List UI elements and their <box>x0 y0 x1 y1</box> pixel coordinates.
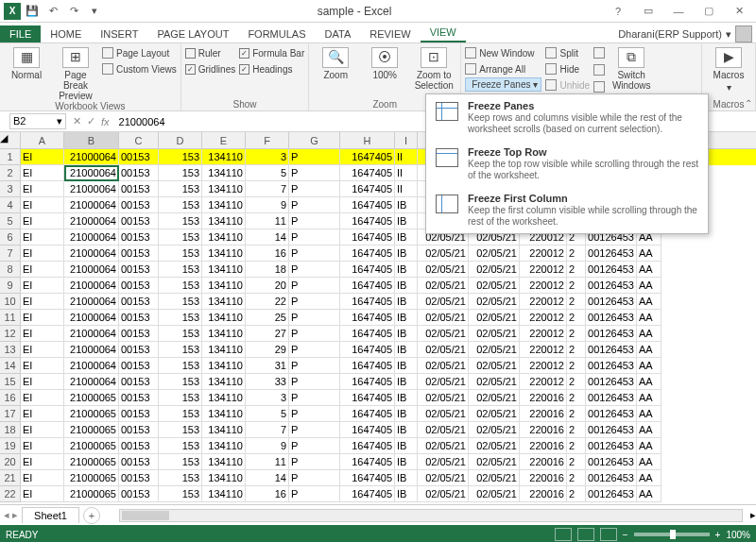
cell[interactable]: 00126453 <box>586 246 637 262</box>
cell[interactable]: 220016 <box>520 438 567 454</box>
cell[interactable]: 02/05/21 <box>418 470 469 486</box>
cell[interactable]: 153 <box>159 358 202 374</box>
cell[interactable]: P <box>289 246 340 262</box>
cell[interactable]: 134110 <box>202 422 246 438</box>
cell[interactable]: 1647405 <box>340 278 395 294</box>
table-row[interactable]: 17EI21000065001531531341105P1647405IB02/… <box>0 406 756 422</box>
cell[interactable]: 2 <box>567 294 586 310</box>
cell[interactable]: 1647405 <box>340 358 395 374</box>
cell[interactable]: AA <box>637 454 662 470</box>
cell[interactable]: 134110 <box>202 470 246 486</box>
cell[interactable]: 220012 <box>520 342 567 358</box>
zoom-button[interactable]: 🔍Zoom <box>313 45 358 80</box>
table-row[interactable]: 19EI21000065001531531341109P1647405IB02/… <box>0 438 756 454</box>
cell[interactable]: AA <box>637 374 662 390</box>
cell[interactable]: EI <box>21 262 64 278</box>
cell[interactable]: P <box>289 181 340 197</box>
cell[interactable]: 134110 <box>202 229 246 246</box>
cell[interactable]: EI <box>21 390 64 406</box>
redo-icon[interactable]: ↷ <box>64 2 83 21</box>
cell[interactable]: 02/05/21 <box>469 310 520 326</box>
cell[interactable]: P <box>289 486 340 502</box>
cell[interactable]: P <box>289 406 340 422</box>
cell[interactable]: II <box>395 181 418 197</box>
table-row[interactable]: 22EI210000650015315313411016P1647405IB02… <box>0 486 756 502</box>
cell[interactable]: 02/05/21 <box>418 486 469 502</box>
gridlines-checkbox[interactable]: ✓Gridlines <box>185 61 235 76</box>
cell[interactable]: 00153 <box>119 229 159 246</box>
cell[interactable]: AA <box>637 486 662 502</box>
new-window-button[interactable]: New Window <box>465 45 541 60</box>
cell[interactable]: 1647405 <box>340 454 395 470</box>
sheet-nav[interactable]: ◂ ▸ <box>0 509 22 521</box>
cell[interactable]: 1647405 <box>340 390 395 406</box>
cell[interactable]: 21000065 <box>64 438 119 454</box>
cell[interactable]: 00126453 <box>586 454 637 470</box>
cell[interactable]: 00126453 <box>586 294 637 310</box>
row-header[interactable]: 12 <box>0 326 21 342</box>
cell[interactable]: 153 <box>159 165 202 181</box>
maximize-icon[interactable]: ▢ <box>696 2 722 21</box>
cell[interactable]: 134110 <box>202 213 246 229</box>
cell[interactable]: 134110 <box>202 294 246 310</box>
cell[interactable]: 220012 <box>520 326 567 342</box>
cell[interactable]: 00153 <box>119 213 159 229</box>
cell[interactable]: 153 <box>159 310 202 326</box>
cell[interactable]: EI <box>21 149 64 165</box>
cell[interactable]: P <box>289 165 340 181</box>
row-header[interactable]: 14 <box>0 358 21 374</box>
cell[interactable]: 134110 <box>202 454 246 470</box>
cell[interactable]: 134110 <box>202 246 246 262</box>
cell[interactable]: 134110 <box>202 262 246 278</box>
collapse-ribbon-icon[interactable]: ⌃ <box>745 98 752 109</box>
cell[interactable]: 1647405 <box>340 165 395 181</box>
cell[interactable]: 9 <box>246 438 289 454</box>
cell[interactable]: P <box>289 390 340 406</box>
cell[interactable]: 00153 <box>119 390 159 406</box>
cell[interactable]: 5 <box>246 406 289 422</box>
cell[interactable]: 21000064 <box>64 181 119 197</box>
cell[interactable]: EI <box>21 422 64 438</box>
zoom-level[interactable]: 100% <box>726 530 750 540</box>
cell[interactable]: IB <box>395 422 418 438</box>
cell[interactable]: 00126453 <box>586 262 637 278</box>
cell[interactable]: 02/05/21 <box>469 390 520 406</box>
cell[interactable]: 2 <box>567 438 586 454</box>
sheet-tab[interactable]: Sheet1 <box>22 507 79 523</box>
cell[interactable]: P <box>289 213 340 229</box>
col-header[interactable]: H <box>340 132 395 148</box>
cell[interactable]: 00153 <box>119 406 159 422</box>
cell[interactable]: 153 <box>159 213 202 229</box>
cell[interactable]: EI <box>21 213 64 229</box>
cell[interactable]: 2 <box>567 390 586 406</box>
cell[interactable]: 9 <box>246 197 289 213</box>
cell[interactable]: 27 <box>246 326 289 342</box>
cell[interactable]: 02/05/21 <box>469 342 520 358</box>
cell[interactable]: 153 <box>159 262 202 278</box>
cell[interactable]: II <box>395 149 418 165</box>
cell[interactable]: 00153 <box>119 181 159 197</box>
cell[interactable]: IB <box>395 246 418 262</box>
row-header[interactable]: 18 <box>0 422 21 438</box>
cell[interactable]: 153 <box>159 438 202 454</box>
hide-button[interactable]: Hide <box>545 61 590 76</box>
save-icon[interactable]: 💾 <box>23 2 42 21</box>
ruler-checkbox[interactable]: Ruler <box>185 45 235 60</box>
cell[interactable]: EI <box>21 165 64 181</box>
scrollbar-thumb[interactable] <box>122 511 169 520</box>
cell[interactable]: 21000064 <box>64 246 119 262</box>
cell[interactable]: 2 <box>567 470 586 486</box>
user-area[interactable]: Dharani(ERP Support) ▾ <box>618 25 756 42</box>
table-row[interactable]: 13EI210000640015315313411029P1647405IB02… <box>0 342 756 358</box>
cell[interactable]: 1647405 <box>340 422 395 438</box>
cell[interactable]: 153 <box>159 294 202 310</box>
split-button[interactable]: Split <box>545 45 590 60</box>
cell[interactable]: 153 <box>159 374 202 390</box>
cell[interactable]: 00126453 <box>586 310 637 326</box>
cell[interactable]: 02/05/21 <box>418 390 469 406</box>
cell[interactable]: 25 <box>246 310 289 326</box>
cell[interactable]: 21000064 <box>64 358 119 374</box>
cell[interactable]: 134110 <box>202 374 246 390</box>
cell[interactable]: EI <box>21 197 64 213</box>
cell[interactable]: 2 <box>567 406 586 422</box>
